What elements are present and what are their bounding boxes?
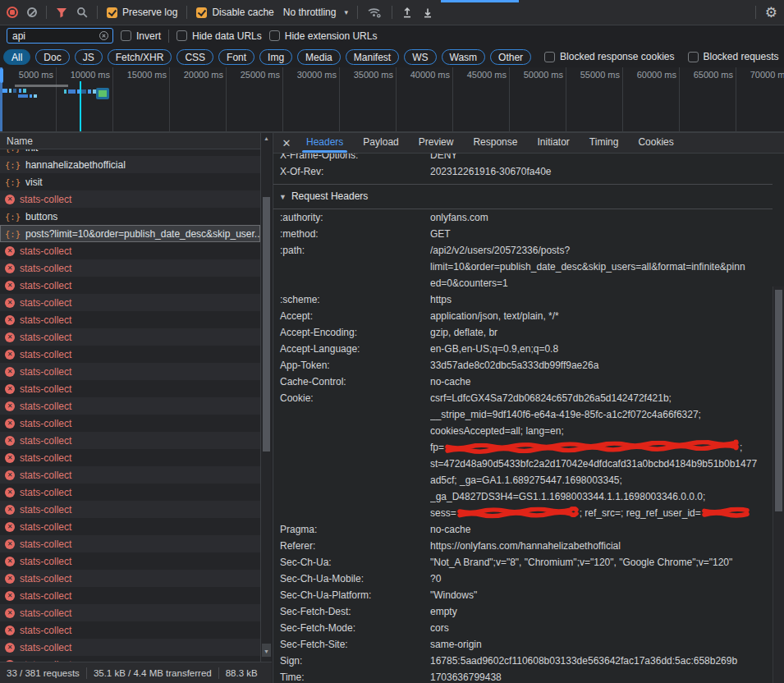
request-row[interactable]: ✕stats-collect	[0, 294, 260, 311]
request-row[interactable]: ✕stats-collect	[0, 484, 260, 501]
network-overview-timeline[interactable]: 5000 ms10000 ms15000 ms20000 ms25000 ms3…	[0, 67, 784, 133]
json-braces-icon: {:}	[5, 149, 21, 153]
request-row[interactable]: {:}hannahelizabethofficial	[0, 156, 260, 173]
request-row[interactable]: ✕stats-collect	[0, 621, 260, 639]
hide-extension-urls-toggle[interactable]: Hide extension URLs	[269, 30, 378, 42]
settings-gear-icon[interactable]: ⚙	[765, 6, 777, 20]
request-row[interactable]: ✕stats-collect	[0, 346, 260, 363]
invert-checkbox[interactable]	[121, 30, 131, 41]
disable-cache-checkbox[interactable]	[196, 7, 207, 18]
clipped-header-row: X-Frame-Options: DENY	[273, 154, 773, 163]
tab-preview[interactable]: Preview	[409, 133, 464, 153]
tab-timing[interactable]: Timing	[580, 133, 629, 153]
request-row[interactable]: {:}posts?limit=10&order=publish_date_des…	[0, 225, 260, 242]
details-scrollbar[interactable]	[773, 286, 784, 683]
request-row[interactable]: ✕stats-collect	[0, 259, 260, 277]
filter-pill-css[interactable]: CSS	[177, 49, 213, 65]
header-row: Sec-Fetch-Dest:empty	[273, 603, 773, 620]
request-row[interactable]: ✕stats-collect	[0, 656, 260, 662]
request-row[interactable]: {:}buttons	[0, 208, 260, 225]
request-row[interactable]: ✕stats-collect	[0, 604, 260, 621]
checkbox[interactable]	[688, 52, 699, 62]
tab-headers[interactable]: Headers	[296, 133, 353, 153]
throttling-dropdown[interactable]: No throttling ▾	[283, 7, 348, 18]
request-row[interactable]: ✕stats-collect	[0, 415, 260, 432]
request-row[interactable]: ✕stats-collect	[0, 518, 260, 535]
request-row[interactable]: {:}init	[0, 149, 260, 156]
filter-pill-wasm[interactable]: Wasm	[442, 49, 486, 65]
request-row[interactable]: ✕stats-collect	[0, 397, 260, 415]
hide-extension-urls-checkbox[interactable]	[269, 30, 280, 41]
header-value-text: no-cache	[430, 376, 470, 387]
invert-toggle[interactable]: Invert	[121, 30, 161, 42]
request-row[interactable]: ✕stats-collect	[0, 363, 260, 380]
error-icon: ✕	[5, 367, 15, 377]
search-icon[interactable]	[76, 7, 88, 18]
filter-funnel-icon[interactable]	[56, 7, 67, 18]
filter-pill-fetch-xhr[interactable]: Fetch/XHR	[108, 49, 172, 65]
filter-pill-all[interactable]: All	[3, 49, 30, 65]
header-value: 33d57ade8c02dbc5a333db99ff9ae26a	[430, 357, 773, 374]
request-row[interactable]: ✕stats-collect	[0, 380, 260, 397]
filter-pill-img[interactable]: Img	[259, 49, 292, 65]
header-row: :path:/api2/v2/users/20572336/posts?limi…	[273, 242, 773, 291]
request-headers-section[interactable]: ▼Request Headers	[273, 184, 773, 209]
request-row[interactable]: ✕stats-collect	[0, 277, 260, 294]
request-row[interactable]: ✕stats-collect	[0, 639, 260, 656]
request-row[interactable]: {:}visit	[0, 173, 260, 190]
clear-filter-icon[interactable]	[99, 31, 108, 40]
close-icon[interactable]: ✕	[277, 137, 296, 149]
header-value-line: __stripe_mid=9df140f6-e64a-419e-85fc-a1c…	[430, 406, 773, 423]
type-filter-checkboxes: Blocked response cookiesBlocked requests…	[544, 51, 784, 62]
export-har-icon[interactable]	[422, 7, 433, 19]
filter-pill-manifest[interactable]: Manifest	[346, 49, 399, 65]
scrollbar-thumb[interactable]	[263, 197, 270, 452]
tab-payload[interactable]: Payload	[353, 133, 408, 153]
header-value-text: 1703636799438	[430, 672, 502, 683]
filter-pill-doc[interactable]: Doc	[35, 49, 69, 65]
clipped-request-row[interactable]: {:}init	[0, 149, 260, 156]
request-row[interactable]: ✕stats-collect	[0, 190, 260, 208]
disable-cache-toggle[interactable]: Disable cache	[196, 7, 273, 18]
request-row[interactable]: ✕stats-collect	[0, 570, 260, 587]
header-value-line: /api2/v2/users/20572336/posts?	[430, 242, 773, 259]
overview-left-grip-handle[interactable]	[0, 68, 3, 83]
request-row[interactable]: ✕stats-collect	[0, 242, 260, 259]
filter-pill-ws[interactable]: WS	[404, 49, 436, 65]
toggle-blocked-requests[interactable]: Blocked requests	[688, 51, 779, 62]
preserve-log-checkbox[interactable]	[107, 7, 117, 18]
filter-pill-font[interactable]: Font	[218, 49, 254, 65]
tab-response[interactable]: Response	[463, 133, 527, 153]
request-row[interactable]: ✕stats-collect	[0, 535, 260, 552]
network-conditions-icon[interactable]	[367, 7, 383, 19]
toggle-blocked-response-cookies[interactable]: Blocked response cookies	[544, 51, 674, 62]
request-row[interactable]: ✕stats-collect	[0, 587, 260, 604]
filter-pill-js[interactable]: JS	[75, 49, 103, 65]
record-network-log-button[interactable]	[7, 7, 18, 18]
hide-data-urls-toggle[interactable]: Hide data URLs	[177, 30, 262, 42]
checkbox[interactable]	[544, 52, 555, 62]
scroll-up-icon[interactable]: ▲	[261, 135, 272, 141]
filter-input[interactable]: api	[7, 28, 113, 44]
request-list-scrollbar[interactable]: ▲ ▼	[260, 133, 272, 662]
tab-initiator[interactable]: Initiator	[527, 133, 579, 153]
request-row[interactable]: ✕stats-collect	[0, 311, 260, 328]
scrollbar-thumb[interactable]	[775, 290, 782, 511]
name-column-header[interactable]: Name	[0, 133, 272, 149]
request-row[interactable]: ✕stats-collect	[0, 501, 260, 518]
preserve-log-toggle[interactable]: Preserve log	[107, 7, 177, 18]
header-row: Accept-Language:en-GB,en-US;q=0.9,en;q=0…	[273, 341, 773, 357]
request-row[interactable]: ✕stats-collect	[0, 466, 260, 484]
details-tabs: HeadersPayloadPreviewResponseInitiatorTi…	[296, 133, 684, 153]
clear-network-log-button[interactable]	[27, 7, 37, 17]
hide-data-urls-checkbox[interactable]	[177, 30, 187, 41]
filter-pill-media[interactable]: Media	[297, 49, 341, 65]
request-row[interactable]: ✕stats-collect	[0, 449, 260, 466]
request-row[interactable]: ✕stats-collect	[0, 552, 260, 570]
tab-cookies[interactable]: Cookies	[628, 133, 683, 153]
import-har-icon[interactable]	[401, 7, 413, 19]
filter-pill-other[interactable]: Other	[490, 49, 531, 65]
scroll-down-icon[interactable]: ▼	[261, 649, 272, 654]
request-row[interactable]: ✕stats-collect	[0, 328, 260, 346]
request-row[interactable]: ✕stats-collect	[0, 432, 260, 449]
